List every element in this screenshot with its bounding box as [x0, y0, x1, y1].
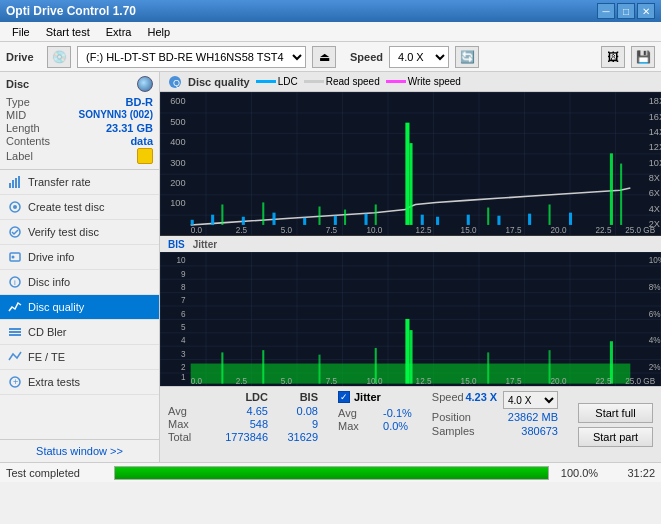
sidebar-item-fe-te[interactable]: FE / TE: [0, 345, 159, 370]
svg-text:16X: 16X: [649, 112, 661, 122]
type-value: BD-R: [126, 96, 154, 108]
svg-text:15.0: 15.0: [461, 375, 477, 385]
svg-rect-58: [487, 208, 489, 225]
col-header-empty: [168, 391, 210, 403]
legend-ldc-color: [256, 80, 276, 83]
contents-label: Contents: [6, 135, 50, 147]
svg-rect-1: [12, 180, 14, 188]
create-test-disc-icon: [8, 200, 22, 214]
status-window-button[interactable]: Status window >>: [0, 439, 159, 462]
menu-extra[interactable]: Extra: [98, 24, 140, 40]
sidebar-item-extra-tests[interactable]: + Extra tests: [0, 370, 159, 395]
sidebar-item-verify-test-disc[interactable]: Verify test disc: [0, 220, 159, 245]
refresh-drive-button[interactable]: 🔄: [455, 46, 479, 68]
ldc-bis-table: LDC BIS Avg 4.65 0.08 Max 548 9 Total 17…: [168, 391, 318, 443]
svg-rect-57: [375, 204, 377, 224]
mid-label: MID: [6, 109, 26, 121]
samples-label: Samples: [432, 425, 475, 437]
status-time: 31:22: [610, 467, 655, 479]
svg-text:5.0: 5.0: [281, 375, 293, 385]
sidebar-item-transfer-rate[interactable]: Transfer rate: [0, 170, 159, 195]
sidebar-item-cd-bler[interactable]: CD Bler: [0, 320, 159, 345]
svg-text:0.0: 0.0: [191, 375, 203, 385]
svg-rect-0: [9, 183, 11, 188]
maximize-button[interactable]: □: [617, 3, 635, 19]
svg-text:18X: 18X: [649, 96, 661, 106]
svg-text:12.5: 12.5: [416, 226, 432, 235]
chart-title: Disc quality: [188, 76, 250, 88]
svg-text:3: 3: [181, 349, 186, 359]
svg-rect-38: [191, 220, 194, 225]
row-max-ldc: 548: [210, 418, 268, 430]
eject-button[interactable]: ⏏: [312, 46, 336, 68]
sidebar-item-create-test-disc[interactable]: Create test disc: [0, 195, 159, 220]
length-value: 23.31 GB: [106, 122, 153, 134]
svg-rect-43: [334, 216, 337, 225]
menu-help[interactable]: Help: [139, 24, 178, 40]
svg-rect-94: [405, 319, 409, 384]
legend-read-speed: Read speed: [304, 76, 380, 87]
drive-select[interactable]: (F:) HL-DT-ST BD-RE WH16NS58 TST4: [77, 46, 306, 68]
close-button[interactable]: ✕: [637, 3, 655, 19]
svg-point-8: [12, 256, 15, 259]
menu-bar: File Start test Extra Help: [0, 22, 661, 42]
svg-rect-52: [569, 213, 572, 225]
jitter-section: ✓ Jitter Avg -0.1% Max 0.0%: [338, 391, 412, 433]
svg-text:7.5: 7.5: [326, 226, 338, 235]
svg-text:22.5: 22.5: [596, 226, 612, 235]
app-title: Opti Drive Control 1.70: [6, 4, 136, 18]
svg-text:17.5: 17.5: [506, 375, 522, 385]
samples-value: 380673: [521, 425, 558, 437]
bis-chart-header: BIS Jitter: [160, 236, 661, 252]
info-button[interactable]: 🖼: [601, 46, 625, 68]
speed-select[interactable]: 4.0 X MAX 8.0 X: [389, 46, 449, 68]
sidebar-item-disc-quality[interactable]: Disc quality: [0, 295, 159, 320]
row-total-bis: 31629: [268, 431, 318, 443]
col-header-bis: BIS: [268, 391, 318, 403]
svg-rect-50: [497, 216, 500, 225]
sidebar-label-create-test-disc: Create test disc: [28, 201, 104, 213]
disc-info-section: Disc Type BD-R MID SONYNN3 (002) Length …: [0, 72, 159, 170]
svg-text:20.0: 20.0: [551, 375, 567, 385]
right-panel: Q Disc quality LDC Read speed Write spee…: [160, 72, 661, 462]
svg-rect-95: [409, 330, 412, 384]
menu-file[interactable]: File: [4, 24, 38, 40]
svg-text:200: 200: [170, 178, 185, 188]
svg-text:8X: 8X: [649, 173, 660, 183]
extra-tests-icon: +: [8, 375, 22, 389]
svg-text:4X: 4X: [649, 204, 660, 214]
transfer-rate-icon: [8, 175, 22, 189]
svg-text:2: 2: [181, 362, 186, 372]
svg-text:2%: 2%: [649, 362, 661, 372]
svg-text:+: +: [13, 377, 18, 387]
svg-rect-41: [272, 213, 275, 225]
position-label: Position: [432, 411, 471, 423]
sidebar-label-disc-quality: Disc quality: [28, 301, 84, 313]
svg-rect-2: [15, 178, 17, 188]
svg-text:300: 300: [170, 158, 185, 168]
progress-bar-container: [114, 466, 549, 480]
menu-start-test[interactable]: Start test: [38, 24, 98, 40]
svg-rect-12: [9, 334, 21, 336]
drive-icon-btn[interactable]: 💿: [47, 46, 71, 68]
svg-rect-96: [221, 353, 223, 384]
jitter-checkbox[interactable]: ✓: [338, 391, 350, 403]
svg-rect-13: [9, 328, 21, 330]
start-full-button[interactable]: Start full: [578, 403, 653, 423]
svg-rect-49: [467, 215, 470, 225]
svg-rect-54: [262, 202, 264, 224]
sidebar-label-verify-test-disc: Verify test disc: [28, 226, 99, 238]
svg-text:15.0: 15.0: [461, 226, 477, 235]
sidebar-item-disc-info[interactable]: i Disc info: [0, 270, 159, 295]
svg-rect-48: [436, 217, 439, 225]
svg-rect-40: [242, 217, 245, 225]
row-total-label: Total: [168, 431, 210, 443]
minimize-button[interactable]: ─: [597, 3, 615, 19]
speed-section-select[interactable]: 4.0 X: [503, 391, 558, 409]
start-part-button[interactable]: Start part: [578, 427, 653, 447]
save-button[interactable]: 💾: [631, 46, 655, 68]
svg-text:4: 4: [181, 335, 186, 345]
svg-rect-3: [18, 176, 20, 188]
legend-ldc: LDC: [256, 76, 298, 87]
sidebar-item-drive-info[interactable]: Drive info: [0, 245, 159, 270]
